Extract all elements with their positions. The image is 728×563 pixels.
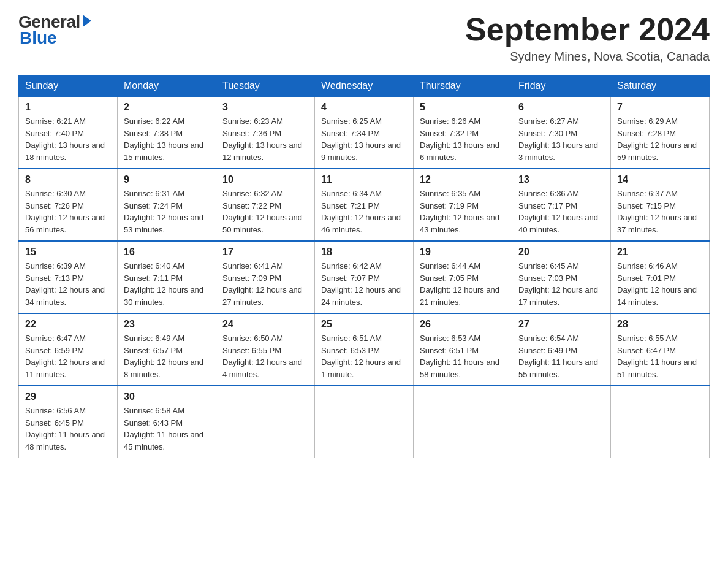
sunset-label: Sunset: 6:47 PM bbox=[617, 346, 676, 355]
calendar-cell: 20 Sunrise: 6:45 AM Sunset: 7:03 PM Dayl… bbox=[512, 241, 611, 313]
calendar-cell: 7 Sunrise: 6:29 AM Sunset: 7:28 PM Dayli… bbox=[611, 97, 710, 169]
daylight-label: Daylight: 12 hours and 30 minutes. bbox=[124, 285, 203, 307]
daylight-label: Daylight: 12 hours and 56 minutes. bbox=[25, 213, 105, 234]
sunset-label: Sunset: 7:13 PM bbox=[25, 274, 84, 283]
calendar-cell: 18 Sunrise: 6:42 AM Sunset: 7:07 PM Dayl… bbox=[315, 241, 414, 313]
day-number: 20 bbox=[518, 247, 604, 258]
sunset-label: Sunset: 7:32 PM bbox=[420, 129, 479, 138]
day-number: 6 bbox=[518, 102, 604, 113]
sunrise-label: Sunrise: 6:34 AM bbox=[321, 189, 382, 198]
sunrise-label: Sunrise: 6:36 AM bbox=[518, 189, 579, 198]
daylight-label: Daylight: 12 hours and 46 minutes. bbox=[321, 213, 401, 234]
weekday-header-friday: Friday bbox=[512, 75, 611, 97]
sunset-label: Sunset: 7:19 PM bbox=[420, 201, 479, 210]
sunrise-label: Sunrise: 6:46 AM bbox=[617, 261, 678, 270]
day-number: 28 bbox=[617, 319, 703, 330]
calendar-week-2: 8 Sunrise: 6:30 AM Sunset: 7:26 PM Dayli… bbox=[19, 169, 710, 241]
day-number: 5 bbox=[420, 102, 506, 113]
calendar-cell: 22 Sunrise: 6:47 AM Sunset: 6:59 PM Dayl… bbox=[19, 313, 118, 386]
sunset-label: Sunset: 7:21 PM bbox=[321, 201, 380, 210]
daylight-label: Daylight: 11 hours and 51 minutes. bbox=[617, 358, 697, 379]
calendar-cell bbox=[315, 386, 414, 458]
day-number: 21 bbox=[617, 247, 703, 258]
weekday-header-wednesday: Wednesday bbox=[315, 75, 414, 97]
day-info: Sunrise: 6:31 AM Sunset: 7:24 PM Dayligh… bbox=[124, 188, 210, 236]
day-info: Sunrise: 6:47 AM Sunset: 6:59 PM Dayligh… bbox=[25, 332, 111, 380]
page-header: General Blue September 2024 Sydney Mines… bbox=[18, 12, 710, 64]
daylight-label: Daylight: 12 hours and 40 minutes. bbox=[518, 213, 598, 234]
day-number: 22 bbox=[25, 319, 111, 330]
day-info: Sunrise: 6:22 AM Sunset: 7:38 PM Dayligh… bbox=[124, 115, 210, 163]
day-number: 2 bbox=[124, 102, 210, 113]
calendar-cell: 14 Sunrise: 6:37 AM Sunset: 7:15 PM Dayl… bbox=[611, 169, 710, 241]
calendar-cell: 15 Sunrise: 6:39 AM Sunset: 7:13 PM Dayl… bbox=[19, 241, 118, 313]
calendar-cell bbox=[512, 386, 611, 458]
sunset-label: Sunset: 6:59 PM bbox=[25, 346, 84, 355]
day-number: 24 bbox=[222, 319, 308, 330]
weekday-header-tuesday: Tuesday bbox=[216, 75, 315, 97]
sunrise-label: Sunrise: 6:25 AM bbox=[321, 117, 382, 126]
calendar-table: SundayMondayTuesdayWednesdayThursdayFrid… bbox=[18, 75, 710, 458]
day-info: Sunrise: 6:30 AM Sunset: 7:26 PM Dayligh… bbox=[25, 188, 111, 236]
calendar-cell: 11 Sunrise: 6:34 AM Sunset: 7:21 PM Dayl… bbox=[315, 169, 414, 241]
day-number: 16 bbox=[124, 247, 210, 258]
day-number: 25 bbox=[321, 319, 407, 330]
daylight-label: Daylight: 13 hours and 18 minutes. bbox=[25, 140, 105, 162]
sunset-label: Sunset: 7:17 PM bbox=[518, 201, 577, 210]
sunrise-label: Sunrise: 6:54 AM bbox=[518, 334, 579, 343]
sunrise-label: Sunrise: 6:27 AM bbox=[518, 117, 579, 126]
sunrise-label: Sunrise: 6:32 AM bbox=[222, 189, 283, 198]
day-info: Sunrise: 6:35 AM Sunset: 7:19 PM Dayligh… bbox=[420, 188, 506, 236]
sunrise-label: Sunrise: 6:21 AM bbox=[25, 117, 86, 126]
daylight-label: Daylight: 11 hours and 48 minutes. bbox=[25, 430, 105, 451]
sunrise-label: Sunrise: 6:50 AM bbox=[222, 334, 283, 343]
sunset-label: Sunset: 6:51 PM bbox=[420, 346, 479, 355]
day-number: 29 bbox=[25, 391, 111, 402]
day-info: Sunrise: 6:34 AM Sunset: 7:21 PM Dayligh… bbox=[321, 188, 407, 236]
sunset-label: Sunset: 7:01 PM bbox=[617, 274, 676, 283]
daylight-label: Daylight: 12 hours and 17 minutes. bbox=[518, 285, 598, 307]
sunrise-label: Sunrise: 6:49 AM bbox=[124, 334, 184, 343]
day-number: 1 bbox=[25, 102, 111, 113]
location-subtitle: Sydney Mines, Nova Scotia, Canada bbox=[465, 50, 710, 64]
day-info: Sunrise: 6:51 AM Sunset: 6:53 PM Dayligh… bbox=[321, 332, 407, 380]
sunset-label: Sunset: 6:49 PM bbox=[518, 346, 577, 355]
daylight-label: Daylight: 12 hours and 1 minute. bbox=[321, 358, 401, 379]
daylight-label: Daylight: 12 hours and 50 minutes. bbox=[222, 213, 302, 234]
sunset-label: Sunset: 7:36 PM bbox=[222, 129, 281, 138]
day-info: Sunrise: 6:45 AM Sunset: 7:03 PM Dayligh… bbox=[518, 260, 604, 308]
day-info: Sunrise: 6:49 AM Sunset: 6:57 PM Dayligh… bbox=[124, 332, 210, 380]
sunrise-label: Sunrise: 6:44 AM bbox=[420, 261, 480, 270]
calendar-cell: 26 Sunrise: 6:53 AM Sunset: 6:51 PM Dayl… bbox=[414, 313, 512, 386]
sunset-label: Sunset: 7:38 PM bbox=[124, 129, 183, 138]
day-number: 17 bbox=[222, 247, 308, 258]
day-info: Sunrise: 6:44 AM Sunset: 7:05 PM Dayligh… bbox=[420, 260, 506, 308]
sunset-label: Sunset: 6:43 PM bbox=[124, 418, 183, 427]
sunset-label: Sunset: 7:05 PM bbox=[420, 274, 479, 283]
sunset-label: Sunset: 6:57 PM bbox=[124, 346, 183, 355]
day-number: 7 bbox=[617, 102, 703, 113]
calendar-cell: 12 Sunrise: 6:35 AM Sunset: 7:19 PM Dayl… bbox=[414, 169, 512, 241]
daylight-label: Daylight: 12 hours and 21 minutes. bbox=[420, 285, 499, 307]
day-number: 26 bbox=[420, 319, 506, 330]
daylight-label: Daylight: 12 hours and 14 minutes. bbox=[617, 285, 697, 307]
calendar-cell: 25 Sunrise: 6:51 AM Sunset: 6:53 PM Dayl… bbox=[315, 313, 414, 386]
sunrise-label: Sunrise: 6:40 AM bbox=[124, 261, 184, 270]
day-info: Sunrise: 6:32 AM Sunset: 7:22 PM Dayligh… bbox=[222, 188, 308, 236]
month-title: September 2024 bbox=[465, 12, 710, 47]
day-number: 12 bbox=[420, 174, 506, 185]
day-info: Sunrise: 6:36 AM Sunset: 7:17 PM Dayligh… bbox=[518, 188, 604, 236]
sunrise-label: Sunrise: 6:26 AM bbox=[420, 117, 480, 126]
calendar-week-4: 22 Sunrise: 6:47 AM Sunset: 6:59 PM Dayl… bbox=[19, 313, 710, 386]
sunrise-label: Sunrise: 6:53 AM bbox=[420, 334, 480, 343]
calendar-week-5: 29 Sunrise: 6:56 AM Sunset: 6:45 PM Dayl… bbox=[19, 386, 710, 458]
day-info: Sunrise: 6:42 AM Sunset: 7:07 PM Dayligh… bbox=[321, 260, 407, 308]
day-number: 9 bbox=[124, 174, 210, 185]
sunrise-label: Sunrise: 6:56 AM bbox=[25, 406, 86, 415]
weekday-header-saturday: Saturday bbox=[611, 75, 710, 97]
calendar-cell: 10 Sunrise: 6:32 AM Sunset: 7:22 PM Dayl… bbox=[216, 169, 315, 241]
calendar-cell: 17 Sunrise: 6:41 AM Sunset: 7:09 PM Dayl… bbox=[216, 241, 315, 313]
calendar-cell: 29 Sunrise: 6:56 AM Sunset: 6:45 PM Dayl… bbox=[19, 386, 118, 458]
day-number: 30 bbox=[124, 391, 210, 402]
sunrise-label: Sunrise: 6:51 AM bbox=[321, 334, 382, 343]
